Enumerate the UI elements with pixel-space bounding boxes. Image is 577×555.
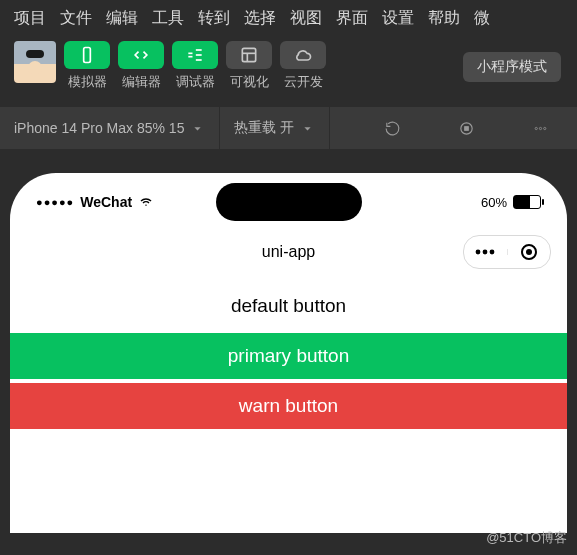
hot-reload-label: 热重载 开 bbox=[234, 119, 294, 137]
miniprogram-mode-button[interactable]: 小程序模式 bbox=[463, 52, 561, 82]
stop-button[interactable] bbox=[429, 107, 503, 149]
menubar: 项目 文件 编辑 工具 转到 选择 视图 界面 设置 帮助 微 bbox=[0, 0, 577, 37]
watermark: @51CTO博客 bbox=[486, 529, 567, 547]
menu-goto[interactable]: 转到 bbox=[198, 8, 230, 29]
svg-point-11 bbox=[490, 250, 495, 255]
svg-point-8 bbox=[543, 127, 545, 129]
dynamic-island bbox=[216, 183, 362, 221]
chevron-down-icon bbox=[300, 121, 315, 136]
mode-label: 调试器 bbox=[176, 73, 215, 91]
menu-select[interactable]: 选择 bbox=[244, 8, 276, 29]
svg-point-6 bbox=[535, 127, 537, 129]
page-title: uni-app bbox=[262, 243, 315, 261]
device-selector[interactable]: iPhone 14 Pro Max 85% 15 bbox=[0, 107, 220, 149]
menu-help[interactable]: 帮助 bbox=[428, 8, 460, 29]
battery-percent: 60% bbox=[481, 195, 507, 210]
simulator-stage: ●●●●● WeChat 60% uni-app bbox=[0, 149, 577, 533]
menu-project[interactable]: 项目 bbox=[14, 8, 46, 29]
device-bar: iPhone 14 Pro Max 85% 15 热重载 开 bbox=[0, 107, 577, 149]
mode-debugger[interactable]: 调试器 bbox=[172, 41, 218, 91]
menu-ui[interactable]: 界面 bbox=[336, 8, 368, 29]
battery-icon bbox=[513, 195, 541, 209]
toolbar: 模拟器 编辑器 调试器 可视化 云开发 小程序模式 bbox=[0, 37, 577, 91]
capsule-button[interactable] bbox=[463, 235, 551, 269]
svg-point-10 bbox=[483, 250, 488, 255]
ide-window: 项目 文件 编辑 工具 转到 选择 视图 界面 设置 帮助 微 模拟器 编辑器 bbox=[0, 0, 577, 555]
mode-visual[interactable]: 可视化 bbox=[226, 41, 272, 91]
default-button[interactable]: default button bbox=[10, 283, 567, 329]
menu-tools[interactable]: 工具 bbox=[152, 8, 184, 29]
hot-reload-toggle[interactable]: 热重载 开 bbox=[220, 107, 330, 149]
mode-cloud[interactable]: 云开发 bbox=[280, 41, 326, 91]
more-button[interactable] bbox=[503, 107, 577, 149]
warn-button[interactable]: warn button bbox=[10, 383, 567, 429]
wifi-icon bbox=[138, 196, 154, 208]
menu-settings[interactable]: 设置 bbox=[382, 8, 414, 29]
refresh-button[interactable] bbox=[355, 107, 429, 149]
user-avatar[interactable] bbox=[14, 41, 56, 83]
menu-edit[interactable]: 编辑 bbox=[106, 8, 138, 29]
debug-icon bbox=[172, 41, 218, 69]
mode-editor[interactable]: 编辑器 bbox=[118, 41, 164, 91]
signal-dots-icon: ●●●●● bbox=[36, 196, 74, 208]
menu-wechat[interactable]: 微 bbox=[474, 8, 490, 29]
primary-button[interactable]: primary button bbox=[10, 333, 567, 379]
capsule-close-icon[interactable] bbox=[508, 242, 551, 262]
simulator-icon bbox=[64, 41, 110, 69]
mode-simulator[interactable]: 模拟器 bbox=[64, 41, 110, 91]
chevron-down-icon bbox=[190, 121, 205, 136]
svg-rect-5 bbox=[464, 126, 468, 130]
device-name: iPhone 14 Pro Max 85% 15 bbox=[14, 120, 184, 136]
mode-label: 模拟器 bbox=[68, 73, 107, 91]
code-icon bbox=[118, 41, 164, 69]
svg-rect-1 bbox=[242, 48, 255, 61]
phone-frame: ●●●●● WeChat 60% uni-app bbox=[10, 173, 567, 533]
svg-point-13 bbox=[526, 249, 532, 255]
cloud-icon bbox=[280, 41, 326, 69]
page-content: default button primary button warn butto… bbox=[10, 273, 567, 429]
svg-rect-0 bbox=[84, 48, 91, 63]
mode-label: 云开发 bbox=[284, 73, 323, 91]
layout-icon bbox=[226, 41, 272, 69]
svg-point-7 bbox=[539, 127, 541, 129]
mode-label: 编辑器 bbox=[122, 73, 161, 91]
nav-bar: uni-app bbox=[10, 231, 567, 273]
menu-file[interactable]: 文件 bbox=[60, 8, 92, 29]
svg-point-9 bbox=[476, 250, 481, 255]
mode-label: 可视化 bbox=[230, 73, 269, 91]
carrier-label: WeChat bbox=[80, 194, 132, 210]
capsule-menu-icon[interactable] bbox=[464, 249, 508, 255]
menu-view[interactable]: 视图 bbox=[290, 8, 322, 29]
